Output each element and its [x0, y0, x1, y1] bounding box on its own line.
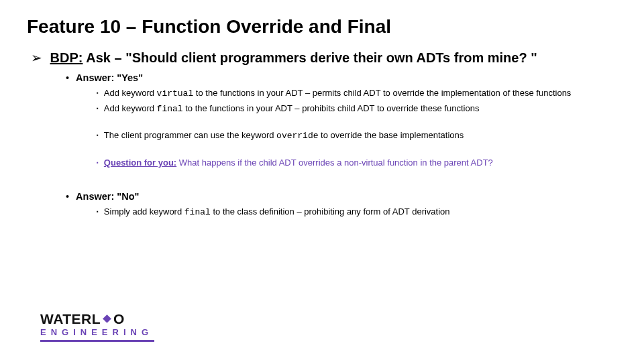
text: The client programmer can use the keywor… — [104, 130, 276, 140]
answer-yes: •Answer: "Yes" — [66, 72, 617, 83]
code-final: final — [157, 104, 183, 114]
square-bullet-icon: ▪ — [97, 105, 99, 111]
text: to override the base implementations — [319, 130, 464, 140]
code-override: override — [276, 131, 318, 141]
code-final: final — [184, 207, 211, 217]
slide-title: Feature 10 – Function Override and Final — [27, 16, 617, 38]
diamond-icon — [103, 314, 111, 323]
arrow-icon: ➢ — [31, 50, 42, 65]
logo-text-2: O — [113, 311, 125, 327]
bdp-label: BDP: — [50, 50, 83, 65]
text: to the functions in your ADT – prohibits… — [183, 103, 480, 113]
bullet-dot-icon: • — [66, 72, 69, 83]
text: Add keyword — [104, 88, 157, 98]
text: Add keyword — [104, 103, 157, 113]
bdp-text: Ask – "Should client programmers derive … — [83, 50, 537, 65]
text: to the class definition – prohibiting an… — [211, 206, 450, 217]
logo-underline — [40, 340, 154, 342]
logo-subtext: ENGINEERING — [40, 327, 154, 337]
yes-point-1: ▪Add keyword virtual to the functions in… — [97, 87, 617, 100]
bullet-dot-icon: • — [66, 191, 69, 202]
bdp-line: ➢ BDP: Ask – "Should client programmers … — [31, 50, 617, 66]
answer-no: •Answer: "No" — [66, 191, 617, 202]
question-label: Question for you: — [104, 158, 176, 168]
answer-no-label: Answer: "No" — [76, 191, 139, 202]
square-bullet-icon: ▪ — [97, 90, 99, 96]
logo-text-1: WATERL — [40, 311, 101, 327]
yes-point-2: ▪Add keyword final to the functions in y… — [97, 103, 617, 115]
square-bullet-icon: ▪ — [97, 208, 99, 215]
yes-point-3: ▪The client programmer can use the keywo… — [97, 129, 617, 142]
square-bullet-icon: ▪ — [97, 132, 99, 138]
logo: WATERLO ENGINEERING — [40, 311, 154, 342]
text: Simply add keyword — [104, 206, 184, 217]
logo-wordmark: WATERLO — [40, 311, 154, 327]
text: to the functions in your ADT – permits c… — [193, 88, 571, 98]
question-text: What happens if the child ADT overrides … — [176, 158, 493, 168]
code-virtual: virtual — [157, 88, 194, 99]
answer-yes-label: Answer: "Yes" — [76, 72, 143, 83]
no-point-1: ▪Simply add keyword final to the class d… — [97, 206, 617, 219]
square-bullet-icon: ▪ — [97, 160, 99, 166]
question-for-you: ▪Question for you: What happens if the c… — [97, 157, 617, 169]
slide-content: Feature 10 – Function Override and Final… — [0, 0, 644, 219]
